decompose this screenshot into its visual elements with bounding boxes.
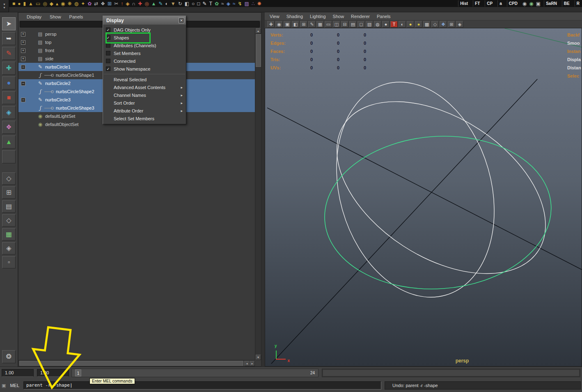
shelf-button-cp[interactable]: CP [485, 0, 494, 7]
bevel-icon[interactable]: ◈ [126, 0, 129, 7]
selection-highlight-icon[interactable]: ❖ [440, 21, 447, 28]
menu-item-set-members[interactable]: Set Members [103, 49, 186, 57]
menu-panels[interactable]: Panels [377, 14, 391, 19]
expand-toggle-icon[interactable]: + [21, 32, 25, 37]
menu-renderer[interactable]: Renderer [351, 14, 370, 19]
shelf-tool-icon[interactable]: ◉ [529, 0, 533, 7]
gate-mask-icon[interactable]: ⊟ [341, 21, 348, 28]
viewport-canvas[interactable]: Verts: 0 0 0 Edges: 0 0 0 Faces: 0 0 0 T… [265, 28, 582, 367]
range-slider[interactable] [322, 369, 580, 377]
expand-toggle-icon[interactable]: − [21, 98, 25, 102]
scroll-right-icon[interactable]: ▸ [250, 361, 255, 366]
select-tool-icon[interactable]: ➤ [2, 17, 16, 30]
smooth-icon[interactable]: ❖ [101, 0, 105, 7]
film-gate-icon[interactable]: ▭ [325, 21, 332, 28]
sculpt-tool-icon[interactable]: ✿ [87, 0, 92, 7]
camera-attributes-icon[interactable]: ◉ [275, 21, 283, 28]
persp-outliner-layout-icon[interactable]: ▤ [2, 200, 16, 213]
single-pane-layout-icon[interactable]: ◇ [2, 172, 16, 185]
pick-hand-icon[interactable]: ❂ [2, 350, 16, 363]
shaded-display-icon[interactable]: ● [382, 21, 390, 28]
lasso-tool-icon[interactable]: ➥ [2, 32, 16, 45]
expand-toggle-icon[interactable]: + [21, 40, 25, 45]
expand-toggle-icon[interactable]: + [21, 57, 25, 61]
shelf-button-a[interactable]: a [497, 0, 504, 7]
display-menu-titlebar[interactable]: Display ✕ [103, 16, 186, 25]
xray-icon[interactable]: ▩ [423, 21, 431, 28]
scale-tool-icon[interactable]: ■ [2, 91, 16, 104]
expand-toggle-icon[interactable]: − [21, 65, 25, 69]
shelf-button-be[interactable]: BE [562, 0, 571, 7]
scroll-left-icon[interactable]: ◂ [244, 361, 250, 366]
misc-layout-icon[interactable]: ▫ [2, 256, 16, 268]
command-mode-toggle[interactable]: MEL [10, 383, 19, 388]
menu-display[interactable]: Display [27, 14, 41, 19]
bridge-icon[interactable]: ∩ [132, 0, 135, 7]
menu-item-channel-names[interactable]: Channel Names ▸ [103, 91, 186, 99]
poly-sphere-icon[interactable]: ● [18, 0, 21, 7]
menu-item-sort-order[interactable]: Sort Order ▸ [103, 99, 186, 107]
menu-item-attribute-order[interactable]: Attribute Order ▸ [103, 107, 186, 115]
show-manipulator-tool-icon[interactable]: ▲ [2, 135, 16, 149]
lights-icon[interactable]: ● [407, 21, 414, 28]
menu-item-show-namespace[interactable]: ✓ Show Namespace [103, 65, 186, 73]
shelf-tool-icon[interactable]: ◉ [522, 0, 527, 7]
shelf-tab-selector[interactable]: ▼ ▼ [0, 0, 9, 12]
plugin-panel-icon[interactable]: ⊞ [448, 21, 455, 28]
wireframe-icon[interactable]: ◍ [374, 21, 381, 28]
persp-curve-layout-icon[interactable]: ◈ [2, 242, 16, 254]
range-slider-bar[interactable] [323, 370, 579, 376]
reduce-icon[interactable]: ▼ [171, 0, 176, 7]
poly-cube-icon[interactable]: ■ [12, 0, 15, 7]
paint-effects-icon[interactable]: ✿ [215, 0, 219, 7]
shelf-button-hist[interactable]: Hist [458, 0, 470, 7]
poly-cylinder-icon[interactable]: ▮ [23, 0, 26, 7]
half-shade-icon[interactable]: ◐ [399, 21, 406, 28]
menu-panels[interactable]: Panels [69, 14, 83, 19]
expand-toggle-icon[interactable]: − [21, 81, 25, 86]
outliner-vertical-scrollbar[interactable]: ▲ ▼ [255, 28, 261, 360]
hypershade-layout-icon[interactable]: ▦ [2, 228, 16, 241]
separate-icon[interactable]: ✂ [114, 0, 118, 7]
menu-item-reveal-selected[interactable]: Reveal Selected [103, 76, 186, 83]
target-weld-icon[interactable]: ◎ [144, 0, 149, 7]
script-editor-icon[interactable]: ▣ [2, 383, 6, 388]
boolean-icon[interactable]: ◐ [165, 0, 168, 7]
soft-mod-tool-icon[interactable]: ❖ [2, 121, 16, 134]
safe-title-icon[interactable]: ▧ [366, 21, 373, 28]
bookmark-icon[interactable]: ▣ [284, 21, 291, 28]
platonic-solid-icon[interactable]: ✦ [81, 0, 85, 7]
resolution-gate-icon[interactable]: ◫ [333, 21, 340, 28]
last-tool-icon[interactable] [2, 150, 16, 163]
dynamics-icon[interactable]: ✺ [257, 0, 261, 7]
menu-item-advanced-asset-contents[interactable]: Advanced Asset Contents ▸ [103, 83, 186, 91]
shelf-button-cpd[interactable]: CPD [507, 0, 519, 7]
shelf-button-r[interactable]: R [575, 0, 581, 7]
menu-lighting[interactable]: Lighting [310, 14, 326, 19]
poly-prism-icon[interactable]: ◆ [50, 0, 53, 7]
mirror-icon[interactable]: ⇄ [94, 0, 98, 7]
menu-item-select-set-members[interactable]: Select Set Members [103, 115, 186, 122]
poly-helix-icon[interactable]: ❋ [68, 0, 72, 7]
move-tool-icon[interactable]: ✚ [2, 62, 16, 75]
four-pane-layout-icon[interactable]: ⊞ [2, 186, 16, 199]
scroll-down-icon[interactable]: ▼ [256, 355, 261, 360]
poly-pyramid-icon[interactable]: ▴ [56, 0, 58, 7]
shadows-icon[interactable]: ● [415, 21, 422, 28]
menu-show[interactable]: Show [50, 14, 61, 19]
grease-pencil-icon[interactable]: ✎ [308, 21, 316, 28]
rotate-tool-icon[interactable]: ● [2, 76, 16, 89]
time-slider[interactable]: 1 24 [71, 369, 318, 377]
panel-splitter[interactable] [261, 12, 265, 367]
poly-pipe-icon[interactable]: ◉ [61, 0, 65, 7]
poly-plane-icon[interactable]: ▭ [36, 0, 40, 7]
crease-icon[interactable]: ▲ [151, 0, 156, 7]
paint-select-tool-icon[interactable]: ✎ [2, 47, 16, 60]
hair-icon[interactable]: ≈ [221, 0, 224, 7]
text-tool-icon[interactable]: T [209, 0, 212, 7]
2d-pan-zoom-icon[interactable]: ⊞ [300, 21, 307, 28]
image-plane-icon[interactable]: ◧ [292, 21, 299, 28]
textured-display-icon[interactable]: T [390, 21, 398, 28]
shelf-tool-icon[interactable]: ▣ [536, 0, 541, 7]
combine-icon[interactable]: ⊞ [108, 0, 112, 7]
